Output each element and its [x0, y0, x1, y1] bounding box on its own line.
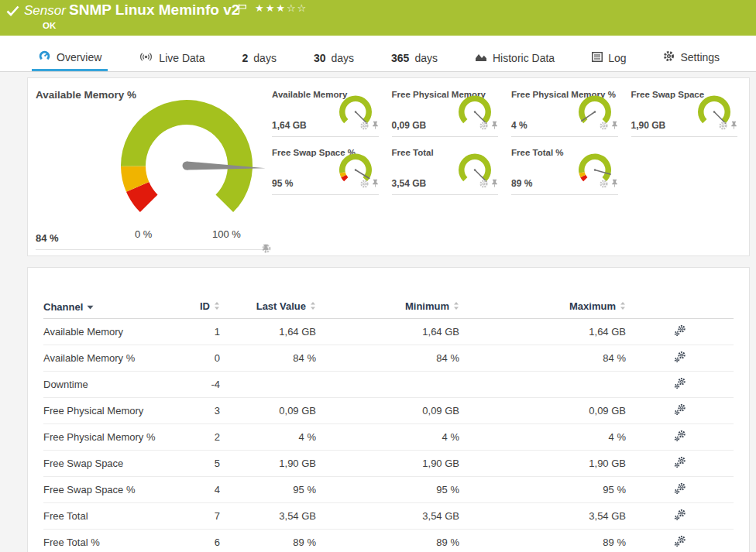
channel-settings-gears-icon[interactable] [674, 430, 686, 444]
column-header-id[interactable]: ID [177, 297, 220, 319]
sensor-status-bar: Sensor SNMP Linux Meminfo v2 ★★★☆☆ OK [0, 0, 756, 36]
channel-settings-gears-icon[interactable] [674, 456, 686, 471]
channel-name-cell[interactable]: Available Memory % [43, 345, 177, 372]
column-header-maximum[interactable]: Maximum [459, 297, 626, 319]
column-header-last-value[interactable]: Last Value [220, 297, 316, 319]
priority-stars[interactable]: ★★★☆☆ [255, 2, 308, 14]
channel-settings-gears-icon[interactable] [674, 535, 686, 550]
sort-icon [620, 301, 626, 313]
tab-label: Log [608, 52, 626, 64]
gear-icon[interactable] [360, 177, 369, 191]
pin-icon[interactable] [372, 177, 379, 191]
gauge-value: 1,90 GB [631, 120, 666, 131]
pin-icon[interactable] [611, 119, 618, 133]
sort-icon [453, 301, 459, 313]
pin-icon[interactable] [491, 119, 498, 133]
gear-icon[interactable] [600, 177, 608, 191]
channel-row[interactable]: Downtime -4 [43, 372, 734, 398]
channel-name-cell[interactable]: Free Total [43, 503, 177, 530]
tab-log[interactable]: Log [589, 52, 628, 64]
channel-minimum-cell: 84 % [316, 345, 459, 372]
gauge-tile: Free Swap Space 1,90 GB [631, 86, 745, 137]
channel-maximum-cell: 3,54 GB [459, 503, 626, 530]
tab-label: Historic Data [493, 52, 555, 64]
channel-settings-gears-icon[interactable] [674, 403, 686, 418]
pin-icon[interactable] [491, 177, 498, 191]
sort-icon [310, 301, 316, 313]
channel-name-cell[interactable]: Free Physical Memory [43, 398, 177, 424]
tab-historic-data[interactable]: Historic Data [472, 52, 557, 64]
channel-last-value-cell: 0,09 GB [220, 398, 316, 424]
channel-name-cell[interactable]: Free Swap Space [43, 451, 177, 477]
channel-row[interactable]: Available Memory 1 1,64 GB 1,64 GB 1,64 … [43, 319, 734, 345]
column-header-minimum[interactable]: Minimum [316, 297, 459, 319]
log-list-icon [592, 52, 603, 64]
gauge-value: 89 % [511, 178, 532, 189]
gauge-tile: Free Swap Space % 95 % [272, 144, 386, 195]
pin-icon[interactable] [372, 119, 379, 133]
channel-row[interactable]: Free Swap Space 5 1,90 GB 1,90 GB 1,90 G… [43, 451, 734, 477]
channel-maximum-cell: 0,09 GB [459, 398, 626, 424]
tab-overview[interactable]: Overview [36, 50, 104, 64]
channel-maximum-cell: 89 % [459, 530, 626, 552]
channel-id-cell: 0 [177, 345, 220, 372]
channel-name-cell[interactable]: Downtime [43, 372, 177, 398]
gauge-value: 3,54 GB [392, 178, 427, 189]
channel-id-cell: 3 [177, 398, 220, 424]
tab-30-days[interactable]: 30 days [311, 52, 356, 64]
mini-gauges-grid: Available Memory 1,64 GB Free Physical M… [272, 86, 744, 195]
tab-label: Overview [57, 51, 101, 63]
channel-row[interactable]: Free Physical Memory % 2 4 % 4 % 4 % [43, 424, 734, 451]
gauges-panel: Available Memory % 0 % 100 % 84 % Availa… [27, 77, 750, 256]
channel-settings-gears-icon[interactable] [674, 509, 686, 523]
column-header-actions [626, 297, 734, 319]
gauge-max-label: 100 % [212, 228, 241, 240]
gauge-tab-icon [38, 50, 51, 64]
channel-name-cell[interactable]: Free Total % [43, 530, 177, 552]
gear-icon[interactable] [719, 119, 727, 133]
tab-365-days[interactable]: 365 days [389, 52, 440, 64]
gear-icon[interactable] [479, 177, 488, 191]
channel-settings-gears-icon[interactable] [674, 482, 686, 497]
channel-settings-gears-icon[interactable] [674, 351, 686, 365]
channel-maximum-cell: 84 % [459, 345, 626, 372]
channel-row[interactable]: Free Total % 6 89 % 89 % 89 % [43, 530, 734, 552]
tab-2-days[interactable]: 2 days [240, 52, 279, 64]
gauge-title: Free Total % [511, 148, 564, 157]
channel-name-cell[interactable]: Available Memory [43, 319, 177, 345]
gear-icon[interactable] [360, 119, 369, 133]
tab-live-data[interactable]: Live Data [136, 52, 207, 64]
tile-divider [392, 194, 499, 195]
channel-row[interactable]: Free Total 7 3,54 GB 3,54 GB 3,54 GB [43, 503, 734, 530]
gear-icon[interactable] [479, 119, 488, 133]
channel-settings-gears-icon[interactable] [674, 377, 686, 392]
gauge-tile: Free Total % 89 % [511, 144, 625, 195]
tab-number: 30 [314, 52, 326, 64]
channel-last-value-cell: 1,90 GB [220, 451, 316, 477]
tab-bar: Overview Live Data 2 days 30 days 365 da… [0, 36, 756, 72]
pin-icon[interactable] [611, 177, 618, 191]
channel-row[interactable]: Free Swap Space % 4 95 % 95 % 95 % [43, 477, 734, 503]
gear-icon[interactable] [600, 119, 608, 133]
channel-minimum-cell [316, 372, 459, 398]
gauge-value: 0,09 GB [392, 120, 427, 131]
tab-label: days [253, 52, 277, 64]
tab-settings[interactable]: Settings [661, 50, 722, 64]
channel-row[interactable]: Available Memory % 0 84 % 84 % 84 % [43, 345, 734, 372]
column-header-channel[interactable]: Channel [43, 297, 177, 319]
channel-last-value-cell [220, 372, 316, 398]
gauge-value: 1,64 GB [272, 120, 307, 131]
tab-number: 2 [242, 52, 249, 64]
channel-row[interactable]: Free Physical Memory 3 0,09 GB 0,09 GB 0… [43, 398, 734, 424]
flag-icon[interactable] [238, 3, 247, 17]
gauge-title: Free Total [392, 148, 434, 157]
channel-last-value-cell: 3,54 GB [220, 503, 316, 530]
channel-id-cell: -4 [177, 372, 220, 398]
gauge-value: 95 % [272, 178, 293, 189]
sensor-status-text: OK [43, 21, 56, 30]
channel-name-cell[interactable]: Free Swap Space % [43, 477, 177, 503]
channel-settings-gears-icon[interactable] [674, 324, 686, 339]
pin-icon[interactable] [730, 119, 737, 133]
channel-minimum-cell: 4 % [316, 424, 459, 451]
channel-name-cell[interactable]: Free Physical Memory % [43, 424, 177, 451]
